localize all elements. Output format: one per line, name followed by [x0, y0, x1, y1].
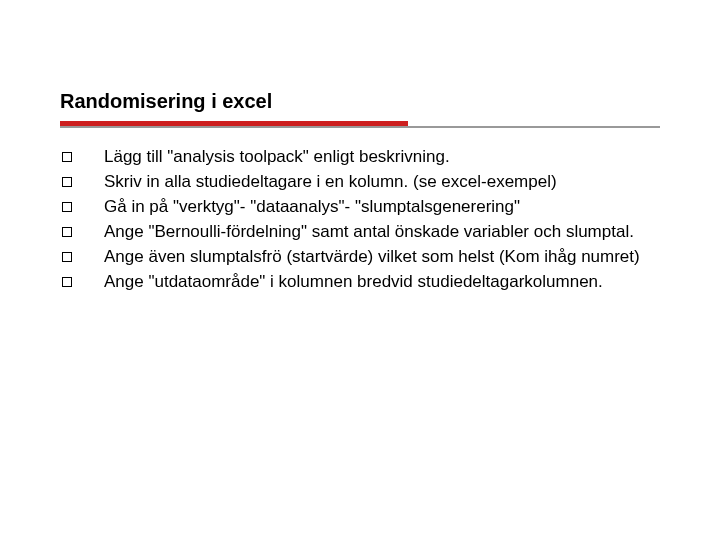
list-item-text: Skriv in alla studiedeltagare i en kolum… — [104, 171, 660, 194]
slide-title: Randomisering i excel — [60, 90, 660, 113]
list-item-text: Gå in på "verktyg"- "dataanalys"- "slump… — [104, 196, 660, 219]
title-divider — [60, 121, 660, 128]
list-item-text: Ange "utdataområde" i kolumnen bredvid s… — [104, 271, 660, 294]
list-item: Ange "Bernoulli-fördelning" samt antal ö… — [60, 221, 660, 244]
list-item: Skriv in alla studiedeltagare i en kolum… — [60, 171, 660, 194]
square-bullet-icon — [62, 202, 72, 212]
list-item: Lägg till "analysis toolpack" enligt bes… — [60, 146, 660, 169]
square-bullet-icon — [62, 252, 72, 262]
bullet-list: Lägg till "analysis toolpack" enligt bes… — [60, 146, 660, 294]
square-bullet-icon — [62, 177, 72, 187]
square-bullet-icon — [62, 227, 72, 237]
divider-gray-line — [60, 126, 660, 128]
square-bullet-icon — [62, 277, 72, 287]
square-bullet-icon — [62, 152, 72, 162]
list-item: Ange även slumptalsfrö (startvärde) vilk… — [60, 246, 660, 269]
list-item-text: Ange "Bernoulli-fördelning" samt antal ö… — [104, 221, 660, 244]
list-item-text: Lägg till "analysis toolpack" enligt bes… — [104, 146, 660, 169]
list-item: Ange "utdataområde" i kolumnen bredvid s… — [60, 271, 660, 294]
list-item-text: Ange även slumptalsfrö (startvärde) vilk… — [104, 246, 660, 269]
list-item: Gå in på "verktyg"- "dataanalys"- "slump… — [60, 196, 660, 219]
